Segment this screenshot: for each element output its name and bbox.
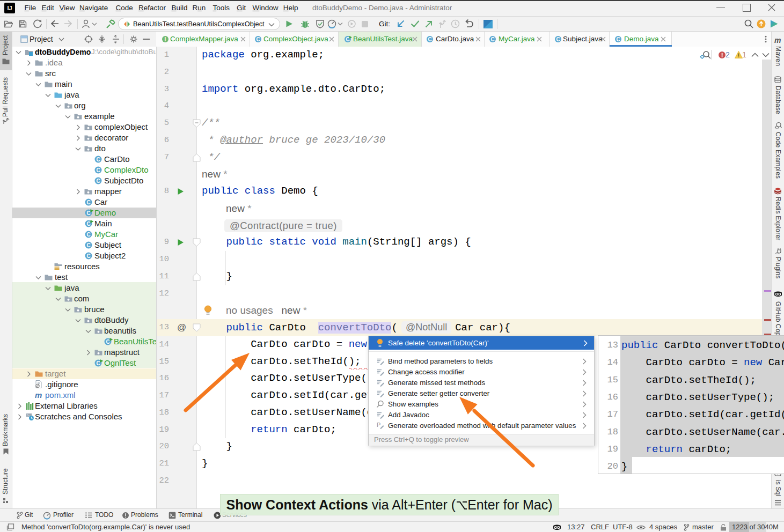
svg-text:C: C — [86, 242, 90, 248]
svg-text:C: C — [616, 36, 620, 42]
svg-text:C: C — [96, 157, 100, 162]
svg-text:C: C — [428, 36, 431, 42]
svg-text:C: C — [86, 232, 90, 238]
svg-text:C: C — [86, 210, 90, 216]
svg-text:C: C — [556, 36, 560, 42]
svg-text:C: C — [96, 167, 100, 173]
svg-text:I: I — [165, 36, 166, 42]
svg-text:C: C — [86, 200, 90, 205]
svg-text:P: P — [377, 422, 380, 428]
svg-text:C: C — [256, 36, 260, 42]
svg-text:C: C — [86, 221, 90, 227]
svg-text:C: C — [106, 339, 109, 345]
svg-text:C: C — [346, 36, 349, 42]
svg-text:C: C — [490, 36, 494, 42]
svg-text:C: C — [96, 360, 100, 366]
svg-text:C: C — [86, 253, 90, 259]
svg-text:C: C — [96, 178, 100, 184]
